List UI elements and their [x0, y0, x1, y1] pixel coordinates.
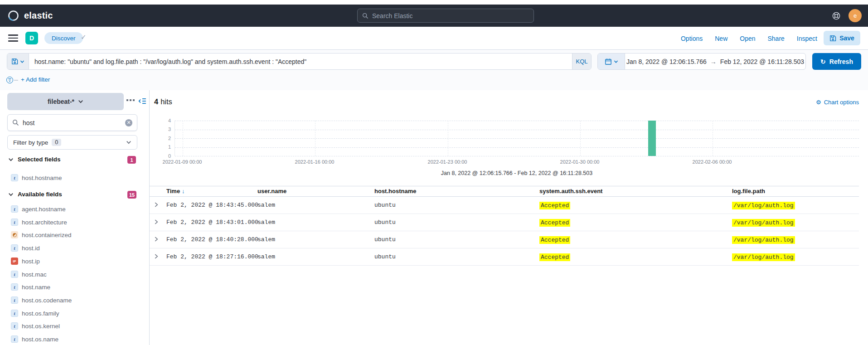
field-item[interactable]: t host.id — [11, 243, 40, 253]
expand-row-icon[interactable] — [154, 254, 158, 259]
collapse-sidebar-icon[interactable] — [138, 97, 146, 105]
chart-options-button[interactable]: ⚙ Chart options — [816, 99, 859, 106]
expand-row-icon[interactable] — [154, 202, 158, 207]
cell-hostname: ubuntu — [374, 236, 396, 243]
query-language-button[interactable]: KQL — [572, 53, 591, 69]
field-item[interactable]: t host.name — [11, 282, 50, 292]
field-item[interactable]: t host.architecture — [11, 218, 67, 227]
save-button-label: Save — [839, 34, 854, 42]
field-item[interactable]: host.containerized — [11, 230, 72, 239]
column-header-username[interactable]: user.name — [257, 188, 286, 194]
index-pattern-label: filebeat-* — [48, 98, 74, 105]
fields-sidebar: filebeat-* ✕ Filter by type 0 — [0, 90, 150, 345]
refresh-button-label: Refresh — [829, 58, 853, 65]
field-type-text-icon: t — [11, 244, 18, 252]
help-icon[interactable] — [831, 11, 841, 21]
save-icon — [829, 35, 836, 42]
available-fields-accordion[interactable]: Available fields — [8, 191, 62, 198]
field-type-boolean-icon — [11, 231, 18, 238]
column-header-hostname[interactable]: host.hostname — [374, 188, 416, 194]
menu-hamburger-icon[interactable] — [8, 34, 18, 42]
expand-row-icon[interactable] — [154, 219, 158, 224]
hits-label: hits — [160, 97, 172, 106]
query-zone: host.name: "ubuntu" and log.file.path : … — [0, 50, 868, 90]
cell-time: Feb 2, 2022 @ 18:43:01.000 — [166, 219, 258, 226]
cell-ssh-event-highlighted: Accepted — [539, 253, 570, 261]
saved-query-menu-button[interactable] — [7, 53, 29, 69]
histogram-chart[interactable] — [175, 121, 859, 156]
cell-username: salem — [257, 219, 275, 226]
expand-row-icon[interactable] — [154, 237, 158, 242]
chart-options-label: Chart options — [824, 99, 859, 106]
toolbar-link-inspect[interactable]: Inspect — [797, 35, 817, 42]
global-search-box[interactable] — [357, 9, 534, 23]
field-item[interactable]: t host.os.codename — [11, 296, 72, 305]
table-row[interactable]: Feb 2, 2022 @ 18:27:16.000 salem ubuntu … — [150, 248, 859, 266]
field-item[interactable]: t host.os.name — [11, 335, 58, 344]
table-row[interactable]: Feb 2, 2022 @ 18:43:45.000 salem ubuntu … — [150, 197, 859, 214]
date-range: Jan 8, 2022 @ 12:06:15.766 → Feb 12, 202… — [625, 58, 805, 65]
cell-log-path-highlighted: /var/log/auth.log — [732, 253, 795, 261]
field-item[interactable]: t host.hostname — [11, 173, 62, 182]
boxes-horizontal-icon[interactable] — [126, 99, 136, 103]
column-header-log-path[interactable]: log.file.path — [732, 188, 765, 194]
date-start[interactable]: Jan 8, 2022 @ 12:06:15.766 — [626, 58, 707, 65]
field-item[interactable]: t host.mac — [11, 270, 47, 279]
x-axis-tick: 2022-01-16 00:00 — [283, 159, 346, 165]
field-search-input[interactable] — [23, 119, 121, 126]
table-row[interactable]: Feb 2, 2022 @ 18:43:01.000 salem ubuntu … — [150, 214, 859, 231]
global-search-input[interactable] — [372, 12, 529, 19]
column-header-time[interactable]: Time↓ — [166, 188, 185, 194]
field-item[interactable]: IP host.ip — [11, 257, 40, 266]
search-icon — [362, 13, 369, 19]
toolbar-link-options[interactable]: Options — [681, 35, 703, 42]
cell-ssh-event-highlighted: Accepted — [539, 219, 570, 227]
field-item[interactable]: t host.os.kernel — [11, 321, 60, 330]
index-pattern-select[interactable]: filebeat-* — [7, 93, 124, 110]
cell-log-path-highlighted: /var/log/auth.log — [732, 202, 795, 209]
refresh-button[interactable]: ↻ Refresh — [812, 53, 861, 70]
field-search-box: ✕ — [7, 114, 137, 131]
clear-search-icon[interactable]: ✕ — [125, 119, 132, 126]
field-type-text-icon: t — [11, 296, 18, 304]
filter-icon[interactable] — [6, 77, 13, 83]
available-fields-count-badge: 15 — [127, 191, 136, 199]
arrow-right-icon: → — [710, 58, 717, 65]
field-type-text-icon: t — [11, 205, 18, 213]
user-avatar[interactable]: e — [849, 9, 862, 22]
table-row[interactable]: Feb 2, 2022 @ 18:40:28.000 salem ubuntu … — [150, 231, 859, 248]
y-axis-tick: 1 — [157, 144, 171, 150]
field-type-ip-icon: IP — [11, 258, 18, 265]
add-filter-button[interactable]: + Add filter — [21, 76, 50, 83]
histogram-bar[interactable] — [648, 121, 656, 156]
filter-by-type-count-badge: 0 — [52, 139, 61, 146]
elastic-brand[interactable]: elastic — [7, 10, 53, 22]
field-item[interactable]: t host.os.family — [11, 309, 59, 318]
save-button[interactable]: Save — [824, 31, 860, 45]
date-quick-menu-button[interactable] — [598, 53, 625, 69]
cell-time: Feb 2, 2022 @ 18:40:28.000 — [166, 236, 258, 243]
app-toolbar: D Discover ✓ Options New Open Share Insp… — [0, 27, 868, 50]
query-input[interactable]: host.name: "ubuntu" and log.file.path : … — [29, 58, 572, 65]
chevron-down-icon — [20, 59, 24, 64]
gear-icon: ⚙ — [816, 99, 821, 106]
cell-hostname: ubuntu — [374, 219, 396, 226]
toolbar-link-share[interactable]: Share — [768, 35, 785, 42]
date-end[interactable]: Feb 12, 2022 @ 16:11:28.503 — [720, 58, 804, 65]
field-item[interactable]: t agent.hostname — [11, 204, 66, 214]
filter-by-type-label: Filter by type — [13, 139, 48, 146]
calendar-icon — [605, 58, 612, 65]
toolbar-link-open[interactable]: Open — [740, 35, 755, 42]
breadcrumb[interactable]: Discover — [44, 32, 83, 44]
selected-fields-accordion[interactable]: Selected fields — [8, 156, 61, 163]
cell-username: salem — [257, 253, 275, 260]
app-badge-discover[interactable]: D — [25, 32, 38, 44]
field-type-text-icon: t — [11, 271, 18, 278]
sort-desc-icon[interactable]: ↓ — [182, 188, 185, 194]
toolbar-link-new[interactable]: New — [715, 35, 727, 42]
column-header-ssh-event[interactable]: system.auth.ssh.event — [539, 188, 602, 194]
filter-by-type-select[interactable]: Filter by type 0 — [7, 135, 137, 150]
x-axis-tick: 2022-01-09 00:00 — [150, 159, 214, 165]
filter-divider — [14, 80, 18, 81]
global-header: elastic e — [0, 5, 868, 27]
